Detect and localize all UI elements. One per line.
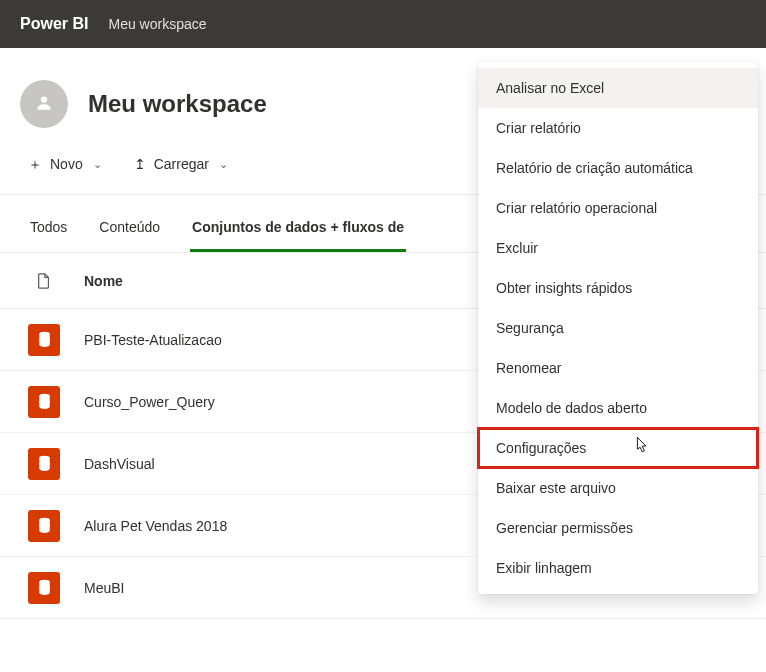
dataset-icon <box>28 510 60 542</box>
new-button-label: Novo <box>50 156 83 172</box>
topbar: Power BI Meu workspace <box>0 0 766 48</box>
menu-item[interactable]: Baixar este arquivo <box>478 468 758 508</box>
menu-item[interactable]: Obter insights rápidos <box>478 268 758 308</box>
upload-button-label: Carregar <box>154 156 209 172</box>
page-title: Meu workspace <box>88 90 267 118</box>
menu-item[interactable]: Criar relatório operacional <box>478 188 758 228</box>
chevron-down-icon: ⌄ <box>219 158 228 171</box>
menu-item[interactable]: Segurança <box>478 308 758 348</box>
menu-item[interactable]: Relatório de criação automática <box>478 148 758 188</box>
workspace-avatar-icon <box>20 80 68 128</box>
context-menu: Analisar no ExcelCriar relatórioRelatóri… <box>478 62 758 594</box>
plus-icon: ＋ <box>28 157 42 171</box>
menu-item[interactable]: Analisar no Excel <box>478 68 758 108</box>
cursor-pointer-icon <box>632 436 650 461</box>
dataset-icon <box>28 324 60 356</box>
document-icon <box>20 273 68 289</box>
menu-item[interactable]: Modelo de dados aberto <box>478 388 758 428</box>
brand-label: Power BI <box>20 15 88 33</box>
menu-item[interactable]: Exibir linhagem <box>478 548 758 588</box>
menu-item[interactable]: Criar relatório <box>478 108 758 148</box>
menu-item[interactable]: Renomear <box>478 348 758 388</box>
dataset-icon <box>28 386 60 418</box>
svg-point-0 <box>41 96 47 102</box>
tab-0[interactable]: Todos <box>28 209 69 252</box>
tab-2[interactable]: Conjuntos de dados + fluxos de <box>190 209 406 252</box>
tab-1[interactable]: Conteúdo <box>97 209 162 252</box>
menu-item[interactable]: Gerenciar permissões <box>478 508 758 548</box>
chevron-down-icon: ⌄ <box>93 158 102 171</box>
dataset-icon <box>28 572 60 604</box>
dataset-icon <box>28 448 60 480</box>
menu-item[interactable]: Configurações <box>478 428 758 468</box>
upload-button[interactable]: ↥ Carregar ⌄ <box>132 152 230 176</box>
new-button[interactable]: ＋ Novo ⌄ <box>26 152 104 176</box>
breadcrumb[interactable]: Meu workspace <box>108 16 206 32</box>
menu-item[interactable]: Excluir <box>478 228 758 268</box>
upload-icon: ↥ <box>134 157 146 171</box>
